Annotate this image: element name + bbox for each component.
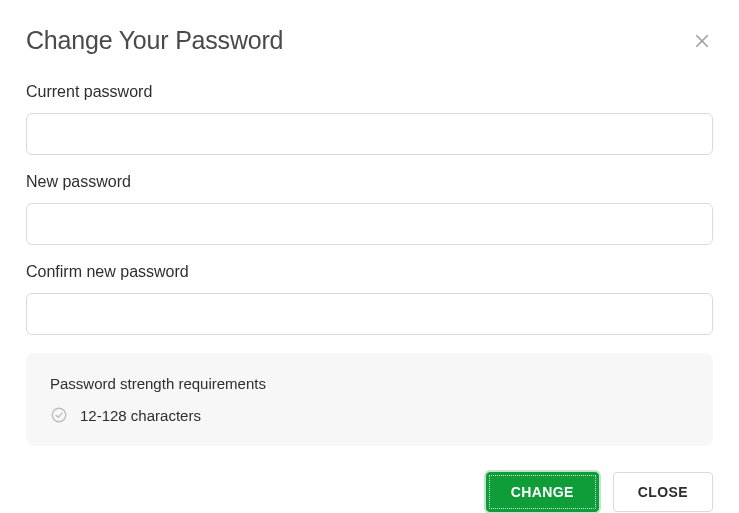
password-requirements-box: Password strength requirements 12-128 ch… <box>26 353 713 446</box>
new-password-label: New password <box>26 173 713 191</box>
close-button[interactable]: CLOSE <box>613 472 713 512</box>
modal-title: Change Your Password <box>26 26 283 55</box>
requirement-text: 12-128 characters <box>80 407 201 424</box>
change-button[interactable]: CHANGE <box>486 472 599 512</box>
close-icon[interactable] <box>691 30 713 52</box>
confirm-password-input[interactable] <box>26 293 713 335</box>
confirm-password-label: Confirm new password <box>26 263 713 281</box>
requirement-item: 12-128 characters <box>50 406 689 424</box>
modal-footer: CHANGE CLOSE <box>26 472 713 512</box>
current-password-input[interactable] <box>26 113 713 155</box>
svg-point-2 <box>52 408 66 422</box>
new-password-input[interactable] <box>26 203 713 245</box>
new-password-group: New password <box>26 173 713 245</box>
confirm-password-group: Confirm new password <box>26 263 713 335</box>
requirements-title: Password strength requirements <box>50 375 689 392</box>
modal-header: Change Your Password <box>26 26 713 55</box>
check-circle-icon <box>50 406 68 424</box>
current-password-group: Current password <box>26 83 713 155</box>
current-password-label: Current password <box>26 83 713 101</box>
